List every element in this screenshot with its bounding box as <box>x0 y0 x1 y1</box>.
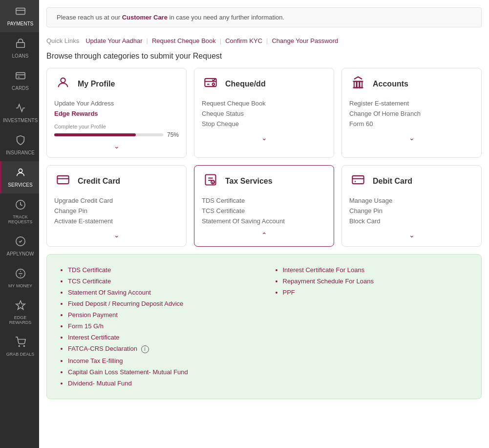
tax-panel-left-list: TDS Certificate TCS Certificate Statemen… <box>59 264 255 389</box>
tax-item-statement[interactable]: Statement Of Saving Account <box>68 287 255 298</box>
card-item[interactable]: Form 60 <box>349 119 474 129</box>
card-item[interactable]: Statement Of Saving Account <box>202 216 326 226</box>
card-items-accounts: Register E-statement Change Of Home Bran… <box>349 98 474 129</box>
debit-card-icon <box>349 173 367 190</box>
tax-item-capital-gain[interactable]: Capital Gain Loss Statement- Mutual Fund <box>68 366 255 378</box>
tax-item-interest-loans[interactable]: Interest Certificate For Loans <box>283 264 469 276</box>
separator-3: | <box>266 37 268 44</box>
card-header-cheque-dd: Cheque/dd <box>202 76 326 92</box>
fatca-label: FATCA-CRS Declaration <box>68 345 137 352</box>
card-chevron-tax-services[interactable]: ⌃ <box>202 231 326 239</box>
card-item[interactable]: Stop Cheque <box>202 119 326 129</box>
my-money-icon <box>15 268 26 281</box>
card-chevron-credit-card[interactable]: ⌄ <box>54 231 179 239</box>
tax-item-repayment[interactable]: Repayment Schedule For Loans <box>283 276 469 287</box>
sidebar-item-label: PAYMENTS <box>7 21 34 26</box>
card-title-debit-card: Debit Card <box>373 177 412 186</box>
info-text-1: Please reach us at our <box>57 14 122 21</box>
tax-item-tds[interactable]: TDS Certificate <box>68 264 255 276</box>
progress-row: 75% <box>54 131 179 138</box>
card-tax-services[interactable]: Tax Services TDS Certificate TCS Certifi… <box>194 165 334 247</box>
separator-1: | <box>147 37 148 44</box>
tax-item-interest-cert[interactable]: Interest Certificate <box>68 332 255 343</box>
svg-rect-18 <box>354 82 357 88</box>
cards-grid: My Profile Update Your Address Edge Rewa… <box>39 68 489 254</box>
card-item[interactable]: Request Cheque Book <box>202 98 326 108</box>
svg-point-6 <box>19 169 22 172</box>
svg-marker-10 <box>16 301 24 309</box>
card-items-cheque-dd: Request Cheque Book Cheque Status Stop C… <box>202 98 326 129</box>
sidebar-item-services[interactable]: SERVICES <box>0 161 39 193</box>
sidebar-item-insurance[interactable]: INSURANCE <box>0 129 39 161</box>
tax-item-dividend[interactable]: Dividend- Mutual Fund <box>68 378 255 389</box>
card-chevron-cheque-dd[interactable]: ⌄ <box>202 134 326 142</box>
quick-link-cheque-book[interactable]: Request Cheque Book <box>152 37 216 44</box>
quick-link-kyc[interactable]: Confirm KYC <box>225 37 262 44</box>
card-item[interactable]: Change Of Home Branch <box>349 108 474 119</box>
card-item[interactable]: Change Pin <box>349 206 474 216</box>
card-item[interactable]: Manage Usage <box>349 195 474 206</box>
card-item[interactable]: Block Card <box>349 216 474 226</box>
svg-point-11 <box>19 345 20 346</box>
sidebar-item-cards[interactable]: CARDS <box>0 64 39 97</box>
sidebar-item-label: MY MONEY <box>8 283 32 288</box>
sidebar-item-investments[interactable]: INVESTMENTS <box>0 97 39 129</box>
card-item[interactable]: Update Your Address <box>54 98 179 108</box>
tax-item-tcs[interactable]: TCS Certificate <box>68 276 255 287</box>
svg-point-17 <box>213 83 215 85</box>
svg-rect-2 <box>16 43 24 47</box>
card-debit-card[interactable]: Debit Card Manage Usage Change Pin Block… <box>341 165 482 247</box>
card-item[interactable]: Change Pin <box>54 206 179 216</box>
tax-item-fd[interactable]: Fixed Deposit / Recurring Deposit Advice <box>68 298 255 309</box>
card-item[interactable]: TDS Certificate <box>202 195 326 206</box>
card-item[interactable]: Cheque Status <box>202 108 326 119</box>
card-items-tax-services: TDS Certificate TCS Certificate Statemen… <box>202 195 326 226</box>
sidebar-item-applynow[interactable]: APPLYNOW <box>0 230 39 262</box>
card-cheque-dd[interactable]: Cheque/dd Request Cheque Book Cheque Sta… <box>194 68 334 158</box>
card-chevron-accounts[interactable]: ⌄ <box>349 134 474 142</box>
card-chevron-my-profile[interactable]: ⌄ <box>54 142 179 150</box>
tax-item-income-tax[interactable]: Income Tax E-filling <box>68 355 255 366</box>
card-title-credit-card: Credit Card <box>78 177 120 186</box>
card-title-my-profile: My Profile <box>78 80 115 88</box>
quick-link-aadhar[interactable]: Update Your Aadhar <box>85 37 142 44</box>
svg-rect-21 <box>57 176 68 184</box>
sidebar-item-label: APPLYNOW <box>7 251 34 256</box>
investments-icon <box>15 103 26 116</box>
progress-pct: 75% <box>167 131 179 138</box>
separator-2: | <box>220 37 221 44</box>
tax-item-ppf[interactable]: PPF <box>283 287 469 298</box>
card-item[interactable]: TCS Certificate <box>202 206 326 216</box>
sidebar-item-track-requests[interactable]: TRACK REQUESTS <box>0 193 39 230</box>
expanded-tax-panel: TDS Certificate TCS Certificate Statemen… <box>46 254 482 399</box>
sidebar-item-my-money[interactable]: MY MONEY <box>0 262 39 294</box>
card-item-edge-rewards[interactable]: Edge Rewards <box>54 108 179 119</box>
card-chevron-debit-card[interactable]: ⌄ <box>349 231 474 239</box>
card-item[interactable]: Activate E-statement <box>54 216 179 226</box>
accounts-icon <box>349 76 367 92</box>
sidebar-item-grab-deals[interactable]: GRAB DEALS <box>0 331 39 363</box>
card-credit-card[interactable]: Credit Card Upgrade Credit Card Change P… <box>46 165 187 247</box>
cards-icon <box>15 70 26 84</box>
sidebar-item-loans[interactable]: LOANS <box>0 32 39 64</box>
card-items-debit-card: Manage Usage Change Pin Block Card <box>349 195 474 226</box>
info-text-2: in case you need any further information… <box>168 14 284 21</box>
card-item[interactable]: Upgrade Credit Card <box>54 195 179 206</box>
card-accounts[interactable]: Accounts Register E-statement Change Of … <box>341 68 482 158</box>
sidebar-item-label: EDGE REWARDS <box>4 315 37 325</box>
fatca-info-icon[interactable]: i <box>141 345 149 353</box>
quick-link-password[interactable]: Change Your Password <box>272 37 338 44</box>
tax-item-form15[interactable]: Form 15 G/h <box>68 320 255 332</box>
tax-item-fatca[interactable]: FATCA-CRS Declaration i <box>68 343 255 355</box>
services-icon <box>15 167 26 180</box>
tax-item-pension[interactable]: Pension Payment <box>68 309 255 320</box>
card-item[interactable]: Register E-statement <box>349 98 474 108</box>
svg-rect-3 <box>16 73 24 79</box>
svg-rect-20 <box>360 82 362 88</box>
profile-complete-label: Complete your Profile <box>54 124 179 129</box>
sidebar-item-edge-rewards[interactable]: EDGE REWARDS <box>0 294 39 331</box>
browse-heading: Browse through categories to submit your… <box>39 49 489 68</box>
customer-care-link[interactable]: Customer Care <box>122 14 168 21</box>
card-my-profile[interactable]: My Profile Update Your Address Edge Rewa… <box>46 68 187 158</box>
sidebar-item-payments[interactable]: PAYMENTS <box>0 0 39 32</box>
